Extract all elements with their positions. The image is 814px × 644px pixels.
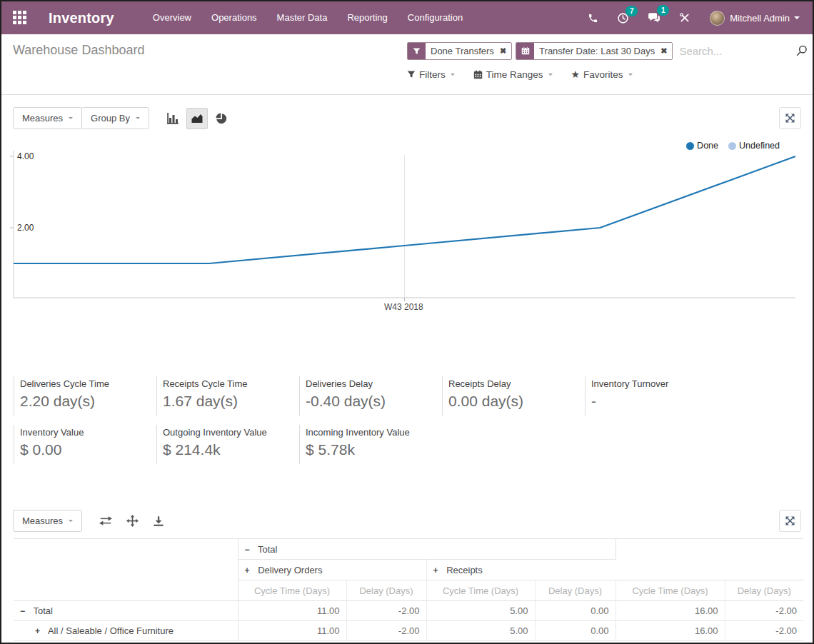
- chart-canvas[interactable]: [1, 134, 814, 316]
- expand-icon[interactable]: +: [35, 626, 40, 636]
- y-axis-tick: 4.00: [17, 151, 34, 161]
- user-menu[interactable]: Mitchell Admin: [730, 13, 790, 24]
- phone-icon: [588, 13, 598, 24]
- arrows-expand-icon: [126, 515, 139, 527]
- row-header-category[interactable]: + All / Saleable / Office Furniture: [14, 621, 238, 641]
- kpi-label: Receipts Delay: [448, 378, 581, 389]
- line-chart-icon[interactable]: [186, 108, 208, 129]
- phone-icon[interactable]: [578, 13, 608, 24]
- cell: 5.00: [426, 601, 535, 621]
- pivot-col-header-grand-total: [615, 539, 803, 580]
- row-label: All / Saleable / Office Furniture: [48, 625, 174, 636]
- measure-header[interactable]: Cycle Time (Days): [238, 580, 346, 601]
- filters-menu[interactable]: Filters: [407, 69, 455, 80]
- legend-undefined[interactable]: Undefined: [728, 141, 780, 151]
- cell: -2.00: [725, 601, 803, 621]
- expand-icon[interactable]: +: [433, 565, 438, 575]
- favorites-label: Favorites: [583, 69, 623, 80]
- row-header-total[interactable]: − Total: [14, 601, 238, 621]
- app-title[interactable]: Inventory: [49, 10, 114, 26]
- top-navbar: Inventory Overview Operations Master Dat…: [1, 1, 813, 34]
- collapse-icon[interactable]: −: [20, 606, 25, 616]
- search-icon[interactable]: [795, 44, 808, 57]
- time-ranges-label: Time Ranges: [486, 69, 543, 80]
- kpi-label: Deliveries Cycle Time: [20, 378, 152, 389]
- kpi-inventory-turnover[interactable]: Inventory Turnover -: [585, 376, 728, 416]
- measures-button[interactable]: Measures: [13, 107, 82, 129]
- apps-menu-icon[interactable]: [13, 11, 27, 25]
- kpi-value: $ 214.4k: [163, 441, 295, 458]
- cell: -2.00: [725, 621, 803, 641]
- app-window: Inventory Overview Operations Master Dat…: [0, 0, 814, 644]
- facet-transfer-date: Transfer Date: Last 30 Days ✖: [516, 42, 673, 60]
- kpi-value: -0.40 day(s): [306, 393, 438, 410]
- expand-arrows-icon: [785, 113, 795, 124]
- legend-done[interactable]: Done: [686, 141, 718, 151]
- search-input[interactable]: [676, 45, 793, 57]
- flip-axis-icon: [99, 515, 112, 526]
- bar-chart-icon[interactable]: [162, 108, 184, 129]
- kpi-receipts-cycle-time[interactable]: Receipts Cycle Time 1.67 day(s): [156, 376, 299, 416]
- activities-button[interactable]: 7: [608, 12, 638, 24]
- download-xlsx-button[interactable]: [146, 515, 171, 527]
- pivot-col-header-total[interactable]: − Total: [238, 539, 615, 560]
- chevron-down-icon: [548, 74, 553, 76]
- menu-reporting[interactable]: Reporting: [337, 1, 397, 34]
- pivot-toolbar: Measures: [13, 510, 171, 532]
- tools-button[interactable]: [670, 12, 700, 24]
- pivot-col-header-delivery-orders[interactable]: + Delivery Orders: [238, 560, 426, 580]
- kpi-deliveries-cycle-time[interactable]: Deliveries Cycle Time 2.20 day(s): [14, 376, 156, 416]
- messages-button[interactable]: 1: [638, 11, 670, 24]
- graph-toolbar: Measures Group By: [13, 107, 233, 129]
- graph-fullscreen-button[interactable]: [779, 107, 801, 129]
- message-count-badge: 1: [657, 5, 669, 16]
- facet-remove-icon[interactable]: ✖: [499, 43, 511, 59]
- measure-header[interactable]: Delay (Days): [725, 580, 803, 601]
- facet-remove-icon[interactable]: ✖: [660, 43, 672, 59]
- time-ranges-menu[interactable]: Time Ranges: [473, 69, 553, 80]
- kpi-label: Deliveries Delay: [306, 378, 438, 389]
- pie-chart-icon[interactable]: [211, 108, 232, 129]
- kpi-label: Receipts Cycle Time: [163, 378, 295, 389]
- activity-count-badge: 7: [625, 6, 638, 16]
- y-axis-tick: 2.00: [17, 223, 34, 233]
- cell: 5.00: [426, 621, 535, 641]
- group-by-button[interactable]: Group By: [81, 107, 149, 129]
- menu-operations[interactable]: Operations: [201, 1, 267, 34]
- breadcrumb[interactable]: Warehouse Dashboard: [13, 43, 144, 58]
- chart-legend: Done Undefined: [676, 141, 780, 151]
- expand-all-button[interactable]: [119, 515, 146, 527]
- search-view: Done Transfers ✖ Transfer Date: Last 30 …: [407, 41, 808, 60]
- measure-header[interactable]: Cycle Time (Days): [615, 580, 725, 601]
- pivot-measures-button[interactable]: Measures: [13, 510, 82, 532]
- legend-dot-done: [686, 142, 694, 150]
- kpi-value: -: [591, 393, 723, 410]
- cell: 0.00: [535, 621, 615, 641]
- measures-label: Measures: [22, 515, 63, 526]
- facet-label: Transfer Date: Last 30 Days: [534, 43, 660, 59]
- user-avatar[interactable]: [710, 11, 725, 26]
- menu-overview[interactable]: Overview: [143, 1, 201, 34]
- collapse-icon[interactable]: −: [245, 545, 250, 555]
- pivot-col-header-receipts[interactable]: + Receipts: [426, 560, 615, 580]
- expand-icon[interactable]: +: [245, 565, 250, 575]
- kpi-receipts-delay[interactable]: Receipts Delay 0.00 day(s): [442, 376, 585, 416]
- favorites-menu[interactable]: ★ Favorites: [571, 69, 633, 80]
- measure-header[interactable]: Delay (Days): [535, 580, 615, 601]
- x-axis-tick: W43 2018: [384, 302, 423, 312]
- kpi-outgoing-inventory-value[interactable]: Outgoing Inventory Value $ 214.4k: [156, 425, 299, 464]
- menu-configuration[interactable]: Configuration: [398, 1, 473, 34]
- kpi-deliveries-delay[interactable]: Deliveries Delay -0.40 day(s): [299, 376, 442, 416]
- measure-header[interactable]: Delay (Days): [346, 580, 426, 601]
- measures-label: Measures: [22, 113, 63, 124]
- pivot-corner-cell: [14, 539, 238, 601]
- kpi-incoming-inventory-value[interactable]: Incoming Inventory Value $ 5.78k: [299, 425, 442, 464]
- flip-axis-button[interactable]: [92, 515, 119, 526]
- kpi-label: Inventory Turnover: [591, 378, 723, 389]
- pivot-fullscreen-button[interactable]: [779, 510, 801, 532]
- measure-header[interactable]: Cycle Time (Days): [426, 580, 535, 601]
- kpi-value: 2.20 day(s): [20, 393, 152, 410]
- menu-master-data[interactable]: Master Data: [267, 1, 338, 34]
- control-panel: Warehouse Dashboard Done Transfers ✖ Tra…: [1, 34, 813, 95]
- kpi-inventory-value[interactable]: Inventory Value $ 0.00: [14, 425, 156, 464]
